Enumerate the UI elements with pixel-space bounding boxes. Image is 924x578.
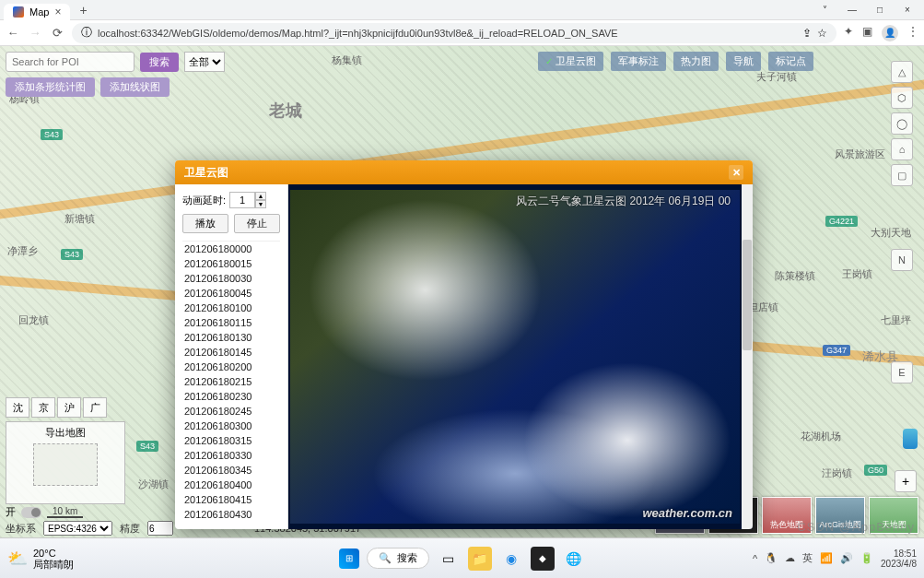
scrollbar-thumb[interactable]: [743, 240, 752, 350]
delay-spinner-input[interactable]: [229, 192, 255, 208]
timestamp-item[interactable]: 201206180215: [182, 374, 280, 389]
timestamp-item[interactable]: 201206180100: [182, 301, 280, 315]
dialog-body: 动画延时: ▲ ▼ 播放 停止 201206180000201206180015…: [175, 184, 753, 529]
layer-toggle-satellite[interactable]: ✓卫星云图: [538, 52, 603, 71]
extensions-icon[interactable]: ✦: [844, 25, 853, 41]
chrome-icon[interactable]: 🌐: [562, 547, 586, 571]
category-select[interactable]: 全部: [184, 52, 225, 72]
ide-icon[interactable]: ◆: [531, 547, 555, 571]
timestamp-item[interactable]: 201206180430: [182, 507, 280, 522]
map-tool-icon[interactable]: △: [891, 61, 913, 83]
map-tool-icon[interactable]: ⌂: [891, 138, 913, 160]
export-map-panel[interactable]: 导出地图: [6, 421, 125, 504]
map-tool-icon[interactable]: ◯: [891, 112, 913, 135]
map-tools-panel: △ ⬡ ◯ ⌂ ▢ N E: [891, 61, 917, 383]
profile-avatar[interactable]: 👤: [882, 25, 898, 41]
battery-icon[interactable]: 🔋: [860, 552, 873, 564]
explorer-icon[interactable]: 📁: [468, 547, 492, 571]
layer-toggle-markers[interactable]: 标记点: [768, 52, 813, 71]
map-canvas[interactable]: 杨岭镇 新塘镇 净潭乡 回龙镇 沙湖镇 老城 新沟镇 杨集镇 蕲春谷都市农业产业…: [0, 46, 924, 537]
dialog-titlebar[interactable]: 卫星云图 ✕: [175, 160, 753, 184]
new-tab-button[interactable]: +: [74, 3, 92, 18]
zoom-in-button[interactable]: +: [895, 470, 917, 492]
share-icon[interactable]: ⇪: [802, 27, 812, 40]
start-button-icon[interactable]: ⊞: [339, 549, 359, 569]
wifi-icon[interactable]: 📶: [820, 552, 833, 564]
map-tool-icon[interactable]: ⬡: [891, 87, 913, 109]
timestamp-item[interactable]: 201206180345: [182, 463, 280, 478]
layer-toggle-heatmap[interactable]: 热力图: [673, 52, 719, 71]
stop-button[interactable]: 停止: [234, 214, 280, 233]
nav-back-icon[interactable]: ←: [6, 26, 20, 40]
coord-sys-select[interactable]: EPSG:4326: [43, 521, 112, 536]
timestamp-list[interactable]: 2012061800002012061800152012061800302012…: [182, 241, 280, 522]
taskbar-clock[interactable]: 18:51 2023/4/8: [881, 549, 917, 569]
timestamp-item[interactable]: 201206180015: [182, 256, 280, 271]
floating-widget-icon[interactable]: [903, 429, 918, 449]
timestamp-item[interactable]: 201206180415: [182, 492, 280, 507]
nav-reload-icon[interactable]: ⟳: [50, 26, 64, 40]
kebab-menu-icon[interactable]: ⋮: [907, 25, 918, 41]
timestamp-item[interactable]: 201206180230: [182, 389, 280, 404]
timestamp-item[interactable]: 201206180000: [182, 242, 280, 256]
dialog-scrollbar[interactable]: [742, 184, 753, 529]
road-shield: G347: [823, 345, 850, 356]
search-button[interactable]: 搜索: [140, 53, 179, 72]
timestamp-item[interactable]: 201206180130: [182, 330, 280, 345]
compass-north-icon[interactable]: N: [891, 249, 913, 271]
spinner-down-icon[interactable]: ▼: [255, 200, 266, 208]
map-place-label: 沙湖镇: [138, 478, 169, 491]
taskbar-weather-widget[interactable]: ⛅ 20°C 局部晴朗: [7, 548, 74, 570]
add-bar-chart-button[interactable]: 添加条形统计图: [6, 77, 95, 97]
poi-search-input[interactable]: [6, 52, 135, 72]
site-info-icon[interactable]: ⓘ: [81, 25, 92, 41]
basemap-option[interactable]: ArcGis地图: [815, 497, 865, 534]
nav-forward-icon: →: [28, 26, 42, 40]
timestamp-item[interactable]: 201206180030: [182, 271, 280, 286]
ime-indicator[interactable]: 英: [802, 551, 813, 565]
city-bookmark[interactable]: 京: [31, 397, 55, 418]
city-bookmark[interactable]: 沈: [6, 397, 29, 418]
dialog-close-icon[interactable]: ✕: [729, 165, 743, 180]
map-tool-icon[interactable]: ▢: [891, 164, 913, 186]
basemap-option[interactable]: 热色地图: [762, 497, 812, 534]
city-bookmark[interactable]: 广: [83, 397, 107, 418]
precision-input[interactable]: [147, 521, 173, 536]
browser-tab[interactable]: Map ×: [4, 4, 70, 20]
timestamp-item[interactable]: 201206180245: [182, 404, 280, 419]
add-line-chart-button[interactable]: 添加线状图: [100, 77, 170, 97]
layer-toggle-nav[interactable]: 导航: [726, 52, 761, 71]
timestamp-item[interactable]: 201206180115: [182, 315, 280, 330]
map-toggle-switch[interactable]: [21, 507, 41, 518]
bookmark-star-icon[interactable]: ☆: [817, 27, 827, 40]
address-bar[interactable]: ⓘ localhost:63342/WebGIS/oldemo/demos/Ma…: [72, 23, 836, 43]
window-maximize-icon[interactable]: □: [867, 5, 893, 15]
layer-toggle-military[interactable]: 军事标注: [611, 52, 666, 71]
taskbar-search[interactable]: 🔍 搜索: [367, 548, 429, 569]
chevron-down-icon[interactable]: ˅: [812, 5, 837, 15]
window-minimize-icon[interactable]: —: [839, 5, 865, 15]
tab-close-icon[interactable]: ×: [54, 6, 61, 18]
edge-icon[interactable]: ◉: [499, 547, 523, 571]
tray-chevron-icon[interactable]: ^: [753, 553, 757, 564]
timestamp-item[interactable]: 201206180400: [182, 478, 280, 492]
tray-cloud-icon[interactable]: ☁: [785, 552, 795, 564]
timestamp-item[interactable]: 201206180045: [182, 286, 280, 301]
timestamp-item[interactable]: 201206180200: [182, 360, 280, 374]
export-thumbnail: [33, 443, 98, 486]
timestamp-item[interactable]: 201206180330: [182, 448, 280, 463]
play-button[interactable]: 播放: [182, 214, 228, 233]
tray-app-icon[interactable]: 🐧: [765, 552, 778, 564]
city-bookmark[interactable]: 沪: [57, 397, 81, 418]
export-map-label: 导出地图: [6, 426, 124, 440]
window-close-icon[interactable]: ×: [895, 5, 920, 15]
task-view-icon[interactable]: ▭: [437, 547, 461, 571]
extensions-menu-icon[interactable]: ▣: [862, 25, 872, 41]
spinner-up-icon[interactable]: ▲: [255, 192, 266, 200]
timestamp-item[interactable]: 201206180315: [182, 433, 280, 448]
basemap-option[interactable]: 天地图: [869, 497, 918, 534]
compass-east-icon[interactable]: E: [891, 361, 913, 383]
timestamp-item[interactable]: 201206180145: [182, 345, 280, 360]
timestamp-item[interactable]: 201206180300: [182, 419, 280, 433]
volume-icon[interactable]: 🔊: [840, 552, 853, 564]
